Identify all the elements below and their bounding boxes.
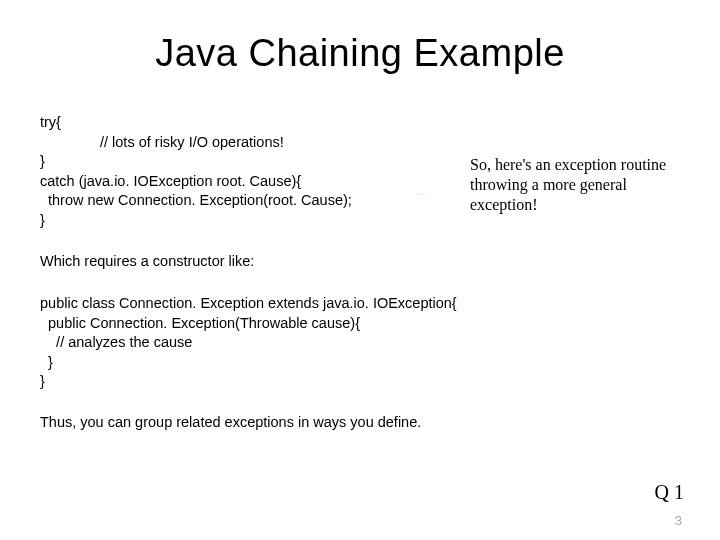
code-line: // analyzes the cause: [40, 334, 192, 350]
arrow-icon: [380, 193, 465, 195]
code-line: try{: [40, 114, 61, 130]
slide-content: try{ // lots of risky I/O operations! } …: [0, 113, 720, 430]
code-line: throw new Connection. Exception(root. Ca…: [40, 191, 352, 211]
page-number: 3: [675, 513, 682, 528]
code-line: public Connection. Exception(Throwable c…: [40, 315, 360, 331]
paragraph: Thus, you can group related exceptions i…: [40, 414, 680, 430]
code-line: }: [40, 212, 45, 228]
question-label: Q 1: [655, 481, 684, 504]
slide-title: Java Chaining Example: [0, 32, 720, 75]
code-line: }: [40, 153, 45, 169]
svg-marker-1: [418, 194, 419, 195]
code-line: }: [40, 354, 53, 370]
code-line: // lots of risky I/O operations!: [40, 133, 284, 153]
paragraph: Which requires a constructor like:: [40, 252, 680, 272]
code-line: catch (java.io. IOException root. Cause)…: [40, 173, 301, 189]
svg-line-0: [419, 193, 427, 194]
code-block-2: public class Connection. Exception exten…: [40, 294, 680, 392]
annotation-text: So, here's an exception routine throwing…: [470, 155, 680, 215]
code-line: public class Connection. Exception exten…: [40, 295, 457, 311]
code-line: }: [40, 373, 45, 389]
